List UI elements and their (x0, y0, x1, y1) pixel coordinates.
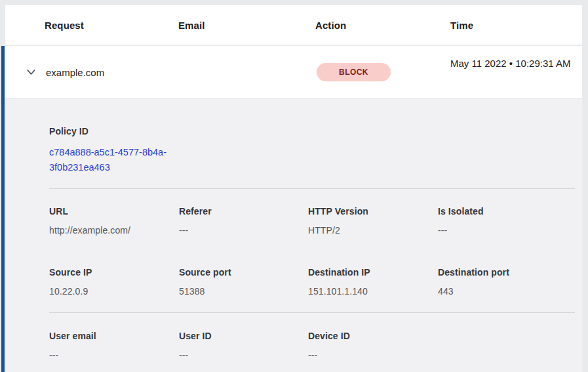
field-value: --- (308, 350, 438, 360)
chevron-down-icon[interactable] (25, 66, 37, 79)
log-table-header: Request Email Action Time (5, 5, 582, 45)
policy-id-link[interactable]: c784a888-a5c1-4577-8b4a-3f0b231ea463 (49, 145, 184, 175)
field-value: http://example.com/ (49, 225, 179, 236)
field-label: Source IP (49, 267, 179, 278)
field-label: Referer (179, 206, 308, 217)
field-value: 443 (438, 286, 575, 297)
column-header-time: Time (450, 20, 473, 31)
field-label: Destination IP (308, 267, 438, 278)
action-badge-block: BLOCK (317, 63, 391, 81)
field-value: --- (49, 350, 179, 360)
detail-field-user-id: User ID --- (179, 331, 308, 360)
field-value: --- (179, 350, 308, 360)
detail-field-empty (438, 331, 575, 360)
detail-field-is-isolated: Is Isolated --- (438, 206, 575, 236)
column-header-email: Email (178, 20, 205, 31)
log-row[interactable]: example.com BLOCK May 11 2022 • 10:29:31… (5, 46, 582, 98)
detail-row-user: User email --- User ID --- Device ID --- (49, 331, 575, 360)
detail-field-referer: Referer --- (179, 206, 308, 236)
log-detail-panel: Policy ID c784a888-a5c1-4577-8b4a-3f0b23… (5, 98, 582, 372)
policy-id-label: Policy ID (49, 126, 575, 136)
detail-field-device-id: Device ID --- (308, 331, 438, 360)
field-label: URL (49, 206, 179, 217)
field-value: --- (438, 225, 575, 236)
column-header-request: Request (45, 20, 84, 31)
detail-field-source-port: Source port 51388 (179, 267, 308, 297)
field-label: User email (49, 331, 179, 341)
detail-field-http-version: HTTP Version HTTP/2 (308, 206, 438, 236)
field-value: --- (179, 225, 308, 236)
detail-field-destination-ip: Destination IP 151.101.1.140 (308, 267, 438, 297)
detail-field-destination-port: Destination port 443 (438, 267, 575, 297)
detail-field-policy-id: Policy ID c784a888-a5c1-4577-8b4a-3f0b23… (49, 126, 575, 175)
field-label: Destination port (438, 267, 575, 278)
field-label: Device ID (308, 331, 438, 341)
field-value: 151.101.1.140 (308, 286, 438, 297)
field-value: 51388 (179, 286, 308, 297)
detail-field-user-email: User email --- (49, 331, 179, 360)
divider (49, 312, 575, 313)
field-label: Is Isolated (438, 206, 575, 217)
detail-field-source-ip: Source IP 10.22.0.9 (49, 267, 179, 297)
column-header-action: Action (315, 20, 346, 31)
field-label: User ID (179, 331, 308, 341)
expanded-log-entry: example.com BLOCK May 11 2022 • 10:29:31… (1, 46, 582, 372)
field-value: HTTP/2 (308, 225, 438, 236)
field-value: 10.22.0.9 (49, 286, 179, 297)
detail-row-network: Source IP 10.22.0.9 Source port 51388 De… (49, 267, 575, 297)
field-label (438, 331, 575, 341)
divider (49, 188, 575, 189)
timestamp: May 11 2022 • 10:29:31 AM (450, 56, 575, 72)
detail-row-http: URL http://example.com/ Referer --- HTTP… (49, 206, 575, 236)
field-label: HTTP Version (308, 206, 438, 217)
request-domain: example.com (46, 67, 104, 78)
field-label: Source port (179, 267, 308, 278)
detail-field-url: URL http://example.com/ (49, 206, 179, 236)
